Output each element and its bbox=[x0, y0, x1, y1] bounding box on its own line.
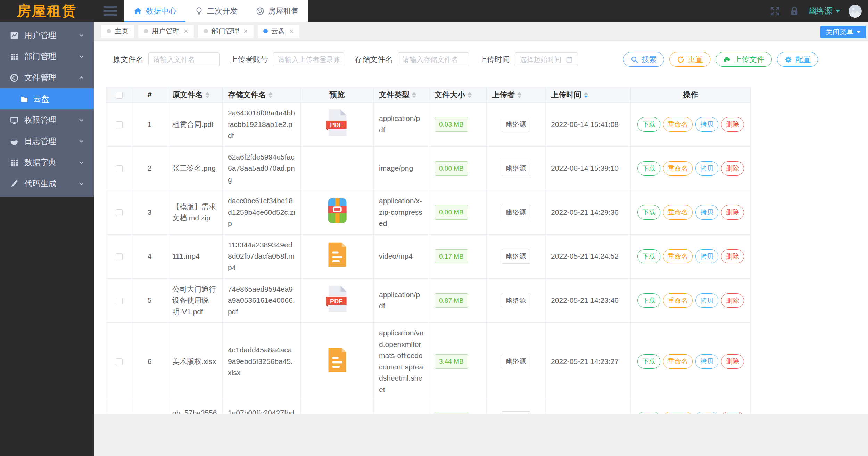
close-menu-button[interactable]: 关闭菜单 bbox=[820, 26, 866, 38]
tab-user-management[interactable]: 用户管理× bbox=[138, 25, 194, 38]
user-menu[interactable]: 幽络源 bbox=[808, 6, 840, 16]
fullscreen-icon[interactable] bbox=[769, 6, 780, 17]
filter-upload-time-input[interactable] bbox=[520, 56, 563, 64]
delete-button[interactable]: 删除 bbox=[721, 205, 744, 219]
row-checkbox[interactable] bbox=[116, 165, 123, 172]
sort-carets-icon[interactable] bbox=[468, 92, 472, 98]
delete-button[interactable]: 删除 bbox=[721, 293, 744, 308]
sort-desc-icon[interactable] bbox=[205, 96, 209, 98]
sidebar-item-code-generation[interactable]: 代码生成 bbox=[0, 173, 94, 194]
sidebar-item-log-management[interactable]: 日志管理 bbox=[0, 131, 94, 152]
delete-button[interactable]: 删除 bbox=[721, 354, 744, 368]
tab-cloud-disk[interactable]: 云盘× bbox=[257, 25, 300, 38]
column-header-上传者[interactable]: 上传者 bbox=[487, 87, 546, 103]
preview-cell bbox=[301, 234, 374, 278]
file-size-badge: 0.00 MB bbox=[435, 205, 468, 219]
sort-desc-icon[interactable] bbox=[468, 96, 472, 98]
rename-button[interactable]: 重命名 bbox=[663, 249, 693, 263]
hamburger-menu-icon[interactable] bbox=[104, 6, 117, 16]
file-pdf-icon[interactable]: PDF bbox=[324, 108, 350, 137]
sort-carets-icon[interactable] bbox=[205, 92, 209, 98]
sidebar-item-permission-management[interactable]: 权限管理 bbox=[0, 109, 94, 131]
download-button[interactable]: 下载 bbox=[637, 205, 660, 219]
delete-button[interactable]: 删除 bbox=[721, 117, 744, 131]
column-header-上传时间[interactable]: 上传时间 bbox=[546, 87, 631, 103]
select-all-checkbox[interactable] bbox=[116, 92, 123, 99]
sidebar-item-department-management[interactable]: 部门管理 bbox=[0, 46, 94, 67]
row-actions-cell: 下载重命名拷贝删除 bbox=[631, 323, 751, 400]
sort-carets-icon[interactable] bbox=[268, 92, 273, 98]
reset-button[interactable]: 重置 bbox=[669, 52, 710, 67]
row-checkbox[interactable] bbox=[116, 121, 123, 128]
sort-asc-icon[interactable] bbox=[205, 92, 209, 95]
sort-asc-icon[interactable] bbox=[468, 92, 472, 95]
download-button[interactable]: 下载 bbox=[637, 293, 660, 308]
sort-asc-icon[interactable] bbox=[517, 92, 521, 95]
sort-carets-icon[interactable] bbox=[412, 92, 416, 98]
nav-tab-house-rental[interactable]: 房屋租售 bbox=[247, 0, 308, 22]
row-checkbox[interactable] bbox=[116, 209, 123, 216]
rename-button[interactable]: 重命名 bbox=[663, 293, 693, 308]
download-button[interactable]: 下载 bbox=[637, 161, 660, 176]
delete-button[interactable]: 删除 bbox=[721, 161, 744, 176]
download-button[interactable]: 下载 bbox=[637, 249, 660, 263]
sidebar-item-file-management[interactable]: 文件管理 bbox=[0, 67, 94, 88]
config-button[interactable]: 配置 bbox=[777, 52, 818, 67]
rename-button[interactable]: 重命名 bbox=[663, 205, 693, 219]
column-header-#: # bbox=[132, 87, 167, 103]
sort-carets-icon[interactable] bbox=[517, 92, 521, 98]
nav-tab-data-center[interactable]: 数据中心 bbox=[124, 0, 185, 22]
download-button[interactable]: 下载 bbox=[637, 354, 660, 368]
close-icon[interactable]: × bbox=[184, 27, 188, 35]
copy-button[interactable]: 拷贝 bbox=[695, 249, 718, 263]
lock-icon[interactable] bbox=[789, 6, 800, 17]
close-icon[interactable]: × bbox=[243, 27, 248, 35]
sort-asc-icon[interactable] bbox=[268, 92, 273, 95]
copy-button[interactable]: 拷贝 bbox=[695, 205, 718, 219]
copy-button[interactable]: 拷贝 bbox=[695, 293, 718, 308]
column-header-文件类型[interactable]: 文件类型 bbox=[374, 87, 429, 103]
nav-tab-secondary-dev[interactable]: 二次开发 bbox=[185, 0, 247, 22]
tab-department-management[interactable]: 部门管理× bbox=[198, 25, 254, 38]
search-button[interactable]: 搜索 bbox=[623, 52, 664, 67]
column-header-文件大小[interactable]: 文件大小 bbox=[429, 87, 487, 103]
copy-button[interactable]: 拷贝 bbox=[695, 354, 718, 368]
rename-button[interactable]: 重命名 bbox=[663, 354, 693, 368]
sort-asc-icon[interactable] bbox=[412, 92, 416, 95]
copy-button[interactable]: 拷贝 bbox=[695, 161, 718, 176]
file-doc-icon[interactable] bbox=[326, 241, 348, 268]
row-index-cell: 7 bbox=[132, 400, 167, 414]
sidebar-item-cloud-disk[interactable]: 云盘 bbox=[0, 88, 94, 109]
file-pdf-icon[interactable]: PDF bbox=[324, 284, 350, 314]
table-row: 7gh_57ba35562a20_258.jpg1e07b00ffc20427f… bbox=[106, 400, 751, 414]
filter-original-filename-input[interactable] bbox=[153, 56, 215, 64]
filter-uploader-account-input[interactable] bbox=[278, 56, 339, 64]
rename-button[interactable]: 重命名 bbox=[663, 117, 693, 131]
delete-button[interactable]: 删除 bbox=[721, 249, 744, 263]
sort-desc-icon[interactable] bbox=[268, 96, 273, 98]
sort-desc-icon[interactable] bbox=[412, 96, 416, 98]
close-icon[interactable]: × bbox=[289, 27, 294, 35]
column-header-label: 原文件名 bbox=[172, 90, 203, 99]
sort-desc-icon[interactable] bbox=[517, 96, 521, 98]
sort-asc-icon[interactable] bbox=[584, 92, 588, 95]
file-doc-icon[interactable] bbox=[326, 347, 348, 373]
row-checkbox[interactable] bbox=[116, 358, 123, 365]
sort-desc-icon[interactable] bbox=[584, 96, 588, 98]
sort-carets-icon[interactable] bbox=[584, 92, 588, 98]
column-header-存储文件名[interactable]: 存储文件名 bbox=[223, 87, 301, 103]
download-button[interactable]: 下载 bbox=[637, 117, 660, 131]
table-row: 4111.mp4113344a2389349ed8d02fb7dacfa058f… bbox=[106, 234, 751, 278]
tab-home[interactable]: 主页 bbox=[101, 25, 134, 38]
avatar[interactable] bbox=[849, 5, 862, 18]
copy-button[interactable]: 拷贝 bbox=[695, 117, 718, 131]
sidebar-item-user-management[interactable]: 用户管理 bbox=[0, 25, 94, 46]
sidebar-item-data-dictionary[interactable]: 数据字典 bbox=[0, 152, 94, 173]
rename-button[interactable]: 重命名 bbox=[663, 161, 693, 176]
file-zip-icon[interactable] bbox=[326, 198, 348, 223]
row-checkbox[interactable] bbox=[116, 253, 123, 260]
column-header-原文件名[interactable]: 原文件名 bbox=[167, 87, 223, 103]
row-checkbox[interactable] bbox=[116, 298, 123, 304]
upload-file-button[interactable]: 上传文件 bbox=[716, 52, 772, 67]
filter-storage-filename-input[interactable] bbox=[403, 56, 464, 64]
